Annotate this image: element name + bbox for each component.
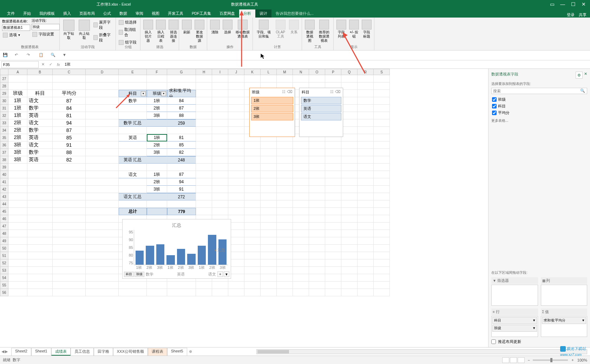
cell[interactable]: 英语 bbox=[119, 134, 147, 141]
cell[interactable] bbox=[53, 259, 86, 267]
pivot-chart[interactable]: 汇总 9590858075 ■ 汇总 1班2班3班1班2班3班1班2班3班 数学… bbox=[122, 219, 231, 279]
cell[interactable] bbox=[27, 215, 53, 223]
cell[interactable]: 87 bbox=[53, 127, 86, 134]
cell[interactable] bbox=[309, 274, 325, 282]
cell[interactable] bbox=[86, 97, 119, 105]
cell[interactable]: 94 bbox=[167, 178, 196, 186]
search-icon[interactable]: 🔍 bbox=[580, 88, 585, 96]
cell[interactable] bbox=[374, 149, 390, 156]
cell[interactable] bbox=[293, 267, 309, 274]
paste-icon[interactable]: 📋 bbox=[39, 53, 44, 58]
cell[interactable] bbox=[341, 208, 358, 215]
cell[interactable] bbox=[309, 164, 325, 171]
cell[interactable]: 科目 bbox=[27, 90, 53, 97]
cell[interactable] bbox=[119, 82, 147, 90]
cell[interactable] bbox=[358, 178, 374, 186]
cell[interactable]: 语文 bbox=[27, 141, 53, 149]
cell[interactable] bbox=[309, 171, 325, 178]
row-header[interactable]: 33 bbox=[0, 119, 8, 127]
cell[interactable] bbox=[374, 200, 390, 208]
cell[interactable] bbox=[293, 289, 309, 296]
cell[interactable]: 88 bbox=[53, 149, 86, 156]
cell[interactable]: 数学 bbox=[27, 149, 53, 156]
cell[interactable] bbox=[341, 230, 358, 237]
row-header[interactable]: 43 bbox=[0, 193, 8, 200]
cell[interactable] bbox=[212, 82, 228, 90]
cell[interactable] bbox=[341, 186, 358, 193]
cell[interactable] bbox=[341, 200, 358, 208]
cell[interactable] bbox=[261, 237, 277, 245]
cell[interactable]: 语文 汇总 bbox=[119, 193, 147, 200]
cell[interactable] bbox=[309, 259, 325, 267]
cell[interactable] bbox=[374, 193, 390, 200]
slicer-item[interactable]: 1班 bbox=[251, 97, 293, 104]
cell[interactable] bbox=[228, 171, 244, 178]
cell[interactable] bbox=[374, 156, 390, 164]
ungroup-button[interactable]: 取消组合 bbox=[118, 26, 138, 38]
cell[interactable] bbox=[228, 282, 244, 289]
add-sheet-icon[interactable]: ⊕ bbox=[187, 349, 194, 354]
cell[interactable]: 88 bbox=[167, 112, 196, 119]
cell[interactable] bbox=[374, 186, 390, 193]
cell[interactable] bbox=[309, 186, 325, 193]
cell[interactable] bbox=[277, 230, 293, 237]
fields-items-button[interactable]: 字段、项目和集 bbox=[255, 19, 273, 39]
expand-field-button[interactable]: 展开字段 bbox=[93, 19, 113, 31]
cell[interactable] bbox=[341, 141, 358, 149]
cell[interactable] bbox=[27, 171, 53, 178]
cell[interactable] bbox=[244, 230, 261, 237]
cell[interactable] bbox=[86, 245, 119, 252]
cell[interactable] bbox=[167, 200, 196, 208]
cell[interactable] bbox=[119, 105, 147, 112]
cell[interactable] bbox=[196, 193, 212, 200]
cell[interactable] bbox=[8, 82, 27, 90]
cell[interactable] bbox=[53, 208, 86, 215]
cell[interactable] bbox=[277, 193, 293, 200]
cell[interactable] bbox=[212, 193, 228, 200]
cell[interactable] bbox=[374, 230, 390, 237]
view-layout-icon[interactable] bbox=[510, 357, 517, 363]
cell[interactable]: 248 bbox=[167, 156, 196, 164]
col-header[interactable]: N bbox=[293, 69, 309, 75]
cell[interactable] bbox=[8, 282, 27, 289]
cell[interactable] bbox=[277, 267, 293, 274]
cell[interactable] bbox=[212, 149, 228, 156]
cell[interactable] bbox=[53, 82, 86, 90]
slicer-item[interactable]: 数学 bbox=[301, 97, 341, 104]
recommended-pvt-button[interactable]: 推荐的数据透视表 bbox=[317, 19, 331, 44]
cell[interactable] bbox=[53, 267, 86, 274]
cell[interactable]: 数学 bbox=[27, 127, 53, 134]
cell[interactable] bbox=[228, 119, 244, 127]
cell[interactable] bbox=[374, 237, 390, 245]
collapse-field-button[interactable]: 折叠字段 bbox=[93, 32, 113, 44]
cell[interactable] bbox=[119, 149, 147, 156]
pivot-chart-button[interactable]: 数据透视图 bbox=[304, 19, 315, 44]
cell[interactable] bbox=[86, 149, 119, 156]
confirm-icon[interactable]: ✓ bbox=[49, 62, 54, 67]
cell[interactable] bbox=[147, 119, 167, 127]
cell[interactable] bbox=[8, 267, 27, 274]
cell[interactable] bbox=[293, 186, 309, 193]
cell[interactable] bbox=[86, 112, 119, 119]
cell[interactable] bbox=[119, 186, 147, 193]
cell[interactable] bbox=[119, 164, 147, 171]
field-search-input[interactable] bbox=[491, 88, 587, 94]
formula-bar[interactable]: 1班 bbox=[62, 62, 590, 67]
tab-数据[interactable]: 数据 bbox=[115, 9, 131, 18]
cell[interactable] bbox=[358, 97, 374, 105]
cell[interactable] bbox=[8, 252, 27, 259]
cell[interactable] bbox=[374, 252, 390, 259]
cell[interactable] bbox=[374, 215, 390, 223]
cell[interactable] bbox=[293, 141, 309, 149]
cell[interactable] bbox=[277, 245, 293, 252]
cell[interactable] bbox=[261, 289, 277, 296]
cell[interactable] bbox=[358, 171, 374, 178]
cell[interactable]: 84 bbox=[53, 105, 86, 112]
cell[interactable] bbox=[309, 193, 325, 200]
cell[interactable] bbox=[325, 208, 341, 215]
cell[interactable] bbox=[53, 200, 86, 208]
tab-视图[interactable]: 视图 bbox=[148, 9, 164, 18]
cell[interactable] bbox=[277, 149, 293, 156]
cell[interactable]: 英语 bbox=[27, 156, 53, 164]
cell[interactable] bbox=[27, 230, 53, 237]
